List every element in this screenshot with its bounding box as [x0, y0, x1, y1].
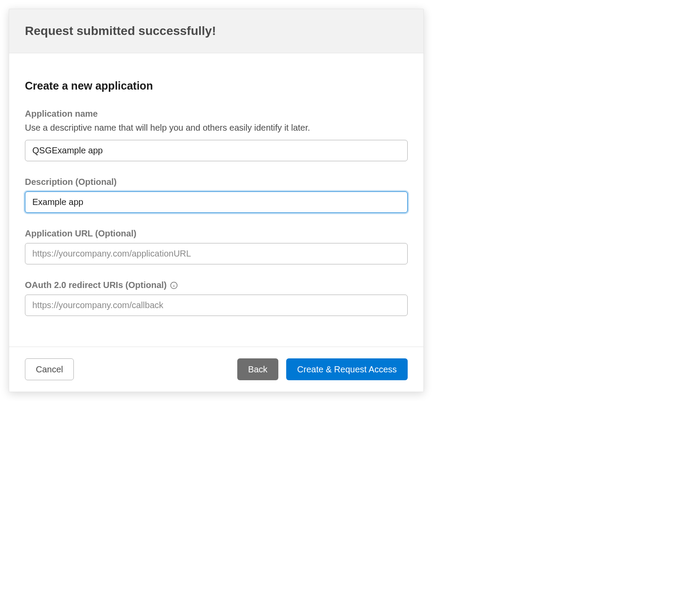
redirect-uris-label: OAuth 2.0 redirect URIs (Optional)	[25, 280, 166, 290]
info-icon[interactable]	[170, 281, 178, 289]
dialog-body: Create a new application Application nam…	[9, 53, 423, 347]
app-name-label: Application name	[25, 109, 408, 119]
app-name-hint: Use a descriptive name that will help yo…	[25, 121, 408, 134]
form-title: Create a new application	[25, 80, 408, 92]
create-application-dialog: Request submitted successfully! Create a…	[9, 9, 424, 392]
create-request-access-button[interactable]: Create & Request Access	[286, 358, 408, 380]
dialog-footer: Cancel Back Create & Request Access	[9, 347, 423, 392]
footer-right: Back Create & Request Access	[237, 358, 408, 380]
app-name-input[interactable]	[25, 140, 408, 161]
description-input[interactable]	[25, 191, 408, 213]
svg-point-2	[174, 284, 174, 284]
form-group-description: Description (Optional)	[25, 177, 408, 213]
cancel-button[interactable]: Cancel	[25, 358, 74, 380]
form-group-app-url: Application URL (Optional)	[25, 229, 408, 264]
app-url-label: Application URL (Optional)	[25, 229, 408, 239]
dialog-header: Request submitted successfully!	[9, 9, 423, 53]
form-group-app-name: Application name Use a descriptive name …	[25, 109, 408, 161]
app-url-input[interactable]	[25, 243, 408, 264]
redirect-uris-input[interactable]	[25, 295, 408, 316]
description-label: Description (Optional)	[25, 177, 408, 187]
back-button[interactable]: Back	[237, 358, 278, 380]
redirect-uris-label-row: OAuth 2.0 redirect URIs (Optional)	[25, 280, 408, 290]
form-group-redirect-uris: OAuth 2.0 redirect URIs (Optional)	[25, 280, 408, 316]
dialog-header-title: Request submitted successfully!	[25, 24, 408, 38]
